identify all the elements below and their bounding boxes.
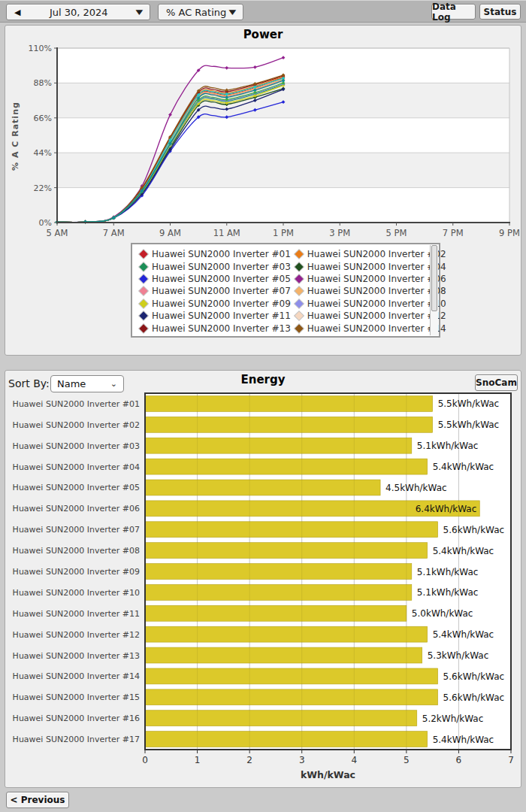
power-xtick-label: 9 AM	[159, 228, 181, 238]
energy-bar-value-label: 5.6kWh/kWac	[443, 692, 505, 703]
energy-xtick-label: 3	[299, 755, 305, 765]
energy-chart-title: Energy	[5, 373, 521, 386]
legend-series-marker-icon	[295, 274, 303, 283]
legend-item[interactable]: Huawei SUN2000 Inverter #01	[138, 248, 291, 260]
power-xtick-label: 11 AM	[213, 228, 240, 238]
power-ytick-label: 0%	[39, 218, 52, 228]
legend-series-marker-icon	[139, 324, 147, 332]
energy-row-label: Huawei SUN2000 Inverter #14	[13, 671, 140, 681]
date-selector[interactable]: ◀ Jul 30, 2024 ▼	[6, 4, 150, 20]
energy-bar-value-label: 5.1kWh/kWac	[417, 587, 479, 598]
power-ytick-label: 22%	[34, 183, 52, 193]
chevron-down-icon[interactable]: ▼	[136, 8, 144, 16]
legend-item-label: Huawei SUN2000 Inverter #01	[152, 249, 291, 259]
legend-item[interactable]: Huawei SUN2000 Inverter #04	[294, 260, 446, 272]
energy-bar	[145, 522, 438, 538]
energy-bar	[145, 417, 433, 432]
energy-bar	[145, 647, 422, 663]
energy-bar	[145, 543, 428, 559]
status-button[interactable]: Status	[479, 4, 521, 20]
legend-series-marker-icon	[139, 262, 147, 271]
metric-selector[interactable]: % AC Rating ▼	[158, 4, 243, 20]
power-xtick-label: 9 PM	[499, 228, 520, 238]
legend-item[interactable]: Huawei SUN2000 Inverter #13	[138, 322, 291, 334]
energy-bar	[145, 732, 428, 747]
energy-bar	[145, 438, 412, 453]
legend-series-marker-icon	[139, 311, 147, 320]
energy-row-label: Huawei SUN2000 Inverter #05	[13, 483, 140, 492]
energy-row-label: Huawei SUN2000 Inverter #09	[13, 567, 140, 577]
legend-item[interactable]: Huawei SUN2000 Inverter #11	[138, 310, 291, 322]
legend-item-label: Huawei SUN2000 Inverter #12	[307, 311, 446, 321]
energy-row-label: Huawei SUN2000 Inverter #11	[13, 609, 140, 619]
energy-bar-value-label: 5.6kWh/kWac	[443, 671, 505, 682]
energy-panel: Sort By: Name ⌄ Energy SnoCam Huawei SUN…	[5, 370, 521, 788]
power-chart: 0%22%44%66%88%110%5 AM7 AM9 AM11 AM1 PM3…	[5, 42, 522, 239]
legend-item-label: Huawei SUN2000 Inverter #10	[307, 298, 446, 309]
legend-item[interactable]: Huawei SUN2000 Inverter #03	[138, 260, 291, 272]
legend-item[interactable]: Huawei SUN2000 Inverter #08	[294, 285, 446, 297]
legend-item[interactable]: Huawei SUN2000 Inverter #06	[294, 273, 446, 285]
power-ytick-label: 44%	[34, 148, 52, 158]
energy-bar	[145, 584, 412, 600]
legend-item[interactable]: Huawei SUN2000 Inverter #14	[294, 322, 446, 334]
previous-button[interactable]: < Previous	[6, 792, 69, 808]
legend-item-label: Huawei SUN2000 Inverter #08	[307, 286, 446, 296]
legend-item[interactable]: Huawei SUN2000 Inverter #10	[294, 298, 446, 310]
energy-bar-value-label: 5.1kWh/kWac	[417, 567, 479, 577]
legend-item[interactable]: Huawei SUN2000 Inverter #12	[294, 310, 446, 322]
toolbar: ◀ Jul 30, 2024 ▼ % AC Rating ▼ Data Log …	[0, 0, 526, 23]
energy-row-label: Huawei SUN2000 Inverter #07	[13, 525, 140, 535]
legend-item-label: Huawei SUN2000 Inverter #04	[307, 262, 446, 272]
legend-item-label: Huawei SUN2000 Inverter #09	[152, 298, 291, 309]
legend-item-label: Huawei SUN2000 Inverter #02	[307, 249, 446, 259]
legend-item[interactable]: Huawei SUN2000 Inverter #05	[138, 273, 291, 285]
power-ytick-label: 66%	[34, 114, 52, 123]
energy-row-label: Huawei SUN2000 Inverter #04	[13, 462, 140, 472]
energy-bar-value-label: 5.4kWh/kWac	[433, 462, 494, 472]
legend-series-marker-icon	[295, 324, 303, 332]
snocam-button[interactable]: SnoCam	[475, 374, 518, 391]
energy-row-label: Huawei SUN2000 Inverter #06	[13, 504, 140, 514]
legend-series-marker-icon	[295, 311, 303, 320]
previous-day-icon[interactable]: ◀	[14, 8, 20, 17]
power-chart-title: Power	[5, 28, 521, 41]
data-log-button[interactable]: Data Log	[431, 4, 476, 20]
power-ytick-label: 110%	[29, 44, 52, 53]
legend-item[interactable]: Huawei SUN2000 Inverter #07	[138, 285, 291, 297]
legend-item-label: Huawei SUN2000 Inverter #11	[152, 311, 291, 321]
energy-row-label: Huawei SUN2000 Inverter #16	[13, 714, 140, 723]
power-xtick-label: 5 PM	[386, 228, 407, 238]
legend-scrollbar[interactable]	[430, 245, 438, 335]
energy-row-label: Huawei SUN2000 Inverter #03	[13, 441, 140, 451]
energy-row-label: Huawei SUN2000 Inverter #13	[13, 651, 140, 661]
energy-row-label: Huawei SUN2000 Inverter #12	[13, 630, 140, 640]
energy-row-label: Huawei SUN2000 Inverter #02	[13, 420, 140, 430]
legend-series-marker-icon	[295, 299, 303, 308]
legend-item[interactable]: Huawei SUN2000 Inverter #02	[294, 248, 446, 260]
power-legend: Huawei SUN2000 Inverter #01Huawei SUN200…	[131, 243, 440, 338]
legend-item-label: Huawei SUN2000 Inverter #03	[152, 262, 291, 272]
legend-scrollbar-thumb[interactable]	[431, 245, 437, 311]
legend-item-label: Huawei SUN2000 Inverter #07	[152, 286, 291, 296]
energy-xtick-label: 1	[195, 755, 201, 765]
energy-row-label: Huawei SUN2000 Inverter #15	[13, 692, 140, 702]
energy-bar	[145, 626, 428, 642]
chevron-down-icon[interactable]: ▼	[229, 8, 237, 16]
legend-item-label: Huawei SUN2000 Inverter #06	[307, 274, 446, 284]
power-xtick-label: 1 PM	[273, 228, 294, 238]
energy-xtick-label: 5	[404, 755, 410, 765]
legend-item[interactable]: Huawei SUN2000 Inverter #09	[138, 298, 291, 310]
energy-bar	[145, 689, 438, 705]
energy-x-axis-title: kWh/kWac	[301, 769, 355, 780]
energy-bar-value-label: 5.2kWh/kWac	[422, 714, 484, 724]
legend-series-marker-icon	[295, 250, 303, 259]
legend-series-marker-icon	[295, 287, 303, 295]
energy-xtick-label: 6	[456, 755, 462, 765]
energy-bar	[145, 668, 438, 684]
energy-xtick-label: 4	[351, 755, 357, 765]
power-xtick-label: 7 PM	[443, 228, 464, 238]
legend-series-marker-icon	[139, 299, 147, 308]
legend-series-marker-icon	[295, 262, 303, 271]
energy-bar-value-label: 5.5kWh/kWac	[438, 420, 500, 430]
